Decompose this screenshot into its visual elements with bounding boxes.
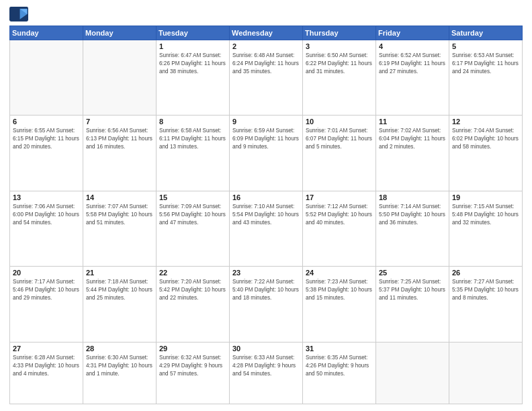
- calendar-cell: 16Sunrise: 7:10 AM Sunset: 5:54 PM Dayli…: [230, 191, 303, 266]
- logo: [9, 7, 31, 21]
- calendar-cell: 20Sunrise: 7:17 AM Sunset: 5:46 PM Dayli…: [10, 267, 83, 342]
- day-number: 13: [13, 193, 80, 201]
- day-detail: Sunrise: 6:30 AM Sunset: 4:31 PM Dayligh…: [86, 354, 153, 378]
- header: [9, 7, 523, 21]
- day-detail: Sunrise: 7:20 AM Sunset: 5:42 PM Dayligh…: [159, 278, 226, 302]
- calendar-cell: 30Sunrise: 6:33 AM Sunset: 4:28 PM Dayli…: [230, 342, 303, 404]
- calendar-cell: 28Sunrise: 6:30 AM Sunset: 4:31 PM Dayli…: [83, 342, 157, 404]
- weekday-header-wednesday: Wednesday: [230, 26, 303, 40]
- day-number: 27: [13, 345, 80, 353]
- calendar-cell: 22Sunrise: 7:20 AM Sunset: 5:42 PM Dayli…: [157, 267, 230, 342]
- day-number: 9: [232, 118, 300, 126]
- day-number: 25: [379, 269, 446, 277]
- weekday-header-saturday: Saturday: [449, 26, 523, 40]
- day-detail: Sunrise: 7:01 AM Sunset: 6:07 PM Dayligh…: [306, 127, 373, 151]
- day-detail: Sunrise: 7:15 AM Sunset: 5:48 PM Dayligh…: [452, 203, 519, 227]
- day-detail: Sunrise: 7:09 AM Sunset: 5:56 PM Dayligh…: [159, 203, 226, 227]
- day-number: 21: [86, 269, 153, 277]
- calendar-cell: 26Sunrise: 7:27 AM Sunset: 5:35 PM Dayli…: [449, 267, 523, 342]
- calendar-cell: 24Sunrise: 7:23 AM Sunset: 5:38 PM Dayli…: [303, 267, 376, 342]
- calendar-cell: 8Sunrise: 6:58 AM Sunset: 6:11 PM Daylig…: [157, 116, 230, 191]
- calendar-cell: [10, 40, 83, 116]
- calendar-week-4: 20Sunrise: 7:17 AM Sunset: 5:46 PM Dayli…: [10, 267, 523, 342]
- page: SundayMondayTuesdayWednesdayThursdayFrid…: [0, 0, 532, 411]
- calendar-week-2: 6Sunrise: 6:55 AM Sunset: 6:15 PM Daylig…: [10, 116, 523, 191]
- day-detail: Sunrise: 6:55 AM Sunset: 6:15 PM Dayligh…: [13, 127, 80, 151]
- day-detail: Sunrise: 7:06 AM Sunset: 6:00 PM Dayligh…: [13, 203, 80, 227]
- day-detail: Sunrise: 6:28 AM Sunset: 4:33 PM Dayligh…: [13, 354, 80, 378]
- logo-icon: [9, 7, 28, 21]
- day-detail: Sunrise: 6:59 AM Sunset: 6:09 PM Dayligh…: [232, 127, 300, 151]
- day-number: 16: [232, 193, 300, 201]
- calendar-cell: 17Sunrise: 7:12 AM Sunset: 5:52 PM Dayli…: [303, 191, 376, 266]
- calendar-cell: 5Sunrise: 6:53 AM Sunset: 6:17 PM Daylig…: [449, 40, 523, 116]
- calendar-cell: 2Sunrise: 6:48 AM Sunset: 6:24 PM Daylig…: [230, 40, 303, 116]
- day-detail: Sunrise: 7:04 AM Sunset: 6:02 PM Dayligh…: [452, 127, 519, 151]
- day-number: 7: [86, 118, 153, 126]
- day-number: 29: [159, 345, 226, 353]
- day-number: 14: [86, 193, 153, 201]
- calendar-cell: 6Sunrise: 6:55 AM Sunset: 6:15 PM Daylig…: [10, 116, 83, 191]
- calendar-cell: 31Sunrise: 6:35 AM Sunset: 4:26 PM Dayli…: [303, 342, 376, 404]
- day-number: 3: [306, 42, 373, 50]
- day-number: 10: [306, 118, 373, 126]
- day-number: 26: [452, 269, 519, 277]
- calendar-cell: 29Sunrise: 6:32 AM Sunset: 4:29 PM Dayli…: [157, 342, 230, 404]
- day-number: 24: [306, 269, 373, 277]
- calendar-cell: [83, 40, 157, 116]
- calendar-cell: 4Sunrise: 6:52 AM Sunset: 6:19 PM Daylig…: [376, 40, 449, 116]
- weekday-header-friday: Friday: [376, 26, 449, 40]
- weekday-header-thursday: Thursday: [303, 26, 376, 40]
- day-detail: Sunrise: 7:07 AM Sunset: 5:58 PM Dayligh…: [86, 203, 153, 227]
- day-number: 12: [452, 118, 519, 126]
- day-number: 5: [452, 42, 519, 50]
- day-detail: Sunrise: 7:25 AM Sunset: 5:37 PM Dayligh…: [379, 278, 446, 302]
- day-detail: Sunrise: 6:52 AM Sunset: 6:19 PM Dayligh…: [379, 52, 446, 76]
- day-detail: Sunrise: 7:22 AM Sunset: 5:40 PM Dayligh…: [232, 278, 300, 302]
- calendar-cell: [376, 342, 449, 404]
- day-number: 15: [159, 193, 226, 201]
- day-detail: Sunrise: 6:58 AM Sunset: 6:11 PM Dayligh…: [159, 127, 226, 151]
- day-detail: Sunrise: 6:56 AM Sunset: 6:13 PM Dayligh…: [86, 127, 153, 151]
- day-detail: Sunrise: 6:35 AM Sunset: 4:26 PM Dayligh…: [306, 354, 373, 378]
- day-number: 30: [232, 345, 300, 353]
- calendar-week-1: 1Sunrise: 6:47 AM Sunset: 6:26 PM Daylig…: [10, 40, 523, 116]
- calendar-cell: 19Sunrise: 7:15 AM Sunset: 5:48 PM Dayli…: [449, 191, 523, 266]
- day-number: 18: [379, 193, 446, 201]
- calendar-cell: 9Sunrise: 6:59 AM Sunset: 6:09 PM Daylig…: [230, 116, 303, 191]
- day-number: 2: [232, 42, 300, 50]
- day-detail: Sunrise: 6:50 AM Sunset: 6:22 PM Dayligh…: [306, 52, 373, 76]
- day-number: 17: [306, 193, 373, 201]
- day-detail: Sunrise: 7:23 AM Sunset: 5:38 PM Dayligh…: [306, 278, 373, 302]
- day-detail: Sunrise: 6:53 AM Sunset: 6:17 PM Dayligh…: [452, 52, 519, 76]
- day-detail: Sunrise: 7:14 AM Sunset: 5:50 PM Dayligh…: [379, 203, 446, 227]
- calendar-week-5: 27Sunrise: 6:28 AM Sunset: 4:33 PM Dayli…: [10, 342, 523, 404]
- calendar-cell: 23Sunrise: 7:22 AM Sunset: 5:40 PM Dayli…: [230, 267, 303, 342]
- weekday-header-row: SundayMondayTuesdayWednesdayThursdayFrid…: [10, 26, 523, 40]
- day-number: 6: [13, 118, 80, 126]
- day-number: 4: [379, 42, 446, 50]
- calendar-week-3: 13Sunrise: 7:06 AM Sunset: 6:00 PM Dayli…: [10, 191, 523, 266]
- weekday-header-monday: Monday: [83, 26, 157, 40]
- day-number: 22: [159, 269, 226, 277]
- day-detail: Sunrise: 7:17 AM Sunset: 5:46 PM Dayligh…: [13, 278, 80, 302]
- calendar-cell: 21Sunrise: 7:18 AM Sunset: 5:44 PM Dayli…: [83, 267, 157, 342]
- calendar-cell: 11Sunrise: 7:02 AM Sunset: 6:04 PM Dayli…: [376, 116, 449, 191]
- day-number: 19: [452, 193, 519, 201]
- day-number: 28: [86, 345, 153, 353]
- day-number: 1: [159, 42, 226, 50]
- day-detail: Sunrise: 7:18 AM Sunset: 5:44 PM Dayligh…: [86, 278, 153, 302]
- calendar-cell: 14Sunrise: 7:07 AM Sunset: 5:58 PM Dayli…: [83, 191, 157, 266]
- weekday-header-sunday: Sunday: [10, 26, 83, 40]
- day-detail: Sunrise: 7:12 AM Sunset: 5:52 PM Dayligh…: [306, 203, 373, 227]
- calendar-cell: 3Sunrise: 6:50 AM Sunset: 6:22 PM Daylig…: [303, 40, 376, 116]
- day-number: 8: [159, 118, 226, 126]
- weekday-header-tuesday: Tuesday: [157, 26, 230, 40]
- calendar-cell: 15Sunrise: 7:09 AM Sunset: 5:56 PM Dayli…: [157, 191, 230, 266]
- calendar-cell: 25Sunrise: 7:25 AM Sunset: 5:37 PM Dayli…: [376, 267, 449, 342]
- calendar-cell: 18Sunrise: 7:14 AM Sunset: 5:50 PM Dayli…: [376, 191, 449, 266]
- day-number: 23: [232, 269, 300, 277]
- day-detail: Sunrise: 6:33 AM Sunset: 4:28 PM Dayligh…: [232, 354, 300, 378]
- day-number: 11: [379, 118, 446, 126]
- day-detail: Sunrise: 7:27 AM Sunset: 5:35 PM Dayligh…: [452, 278, 519, 302]
